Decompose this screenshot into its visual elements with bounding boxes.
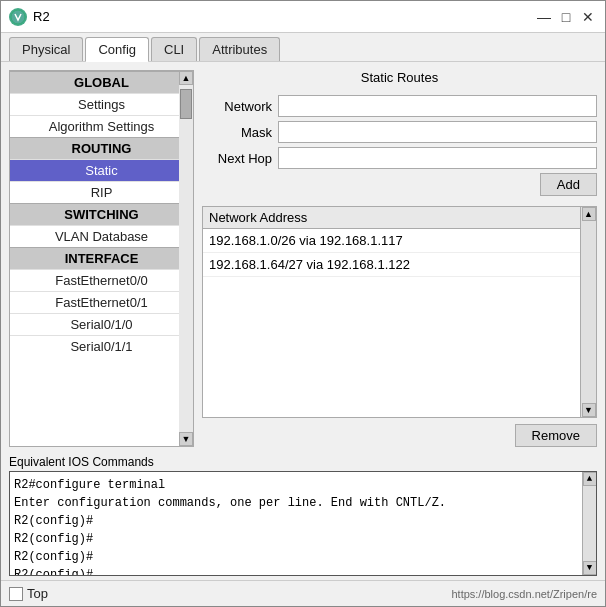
status-url: https://blog.csdn.net/Zripen/re (451, 588, 597, 600)
ios-line-6: R2(config)# (14, 566, 592, 576)
ios-section: Equivalent IOS Commands R2#configure ter… (1, 455, 605, 580)
network-row: Network (202, 95, 597, 117)
left-panel: GLOBAL Settings Algorithm Settings ROUTI… (9, 70, 194, 447)
table-row[interactable]: 192.168.1.64/27 via 192.168.1.122 (203, 253, 596, 277)
mask-row: Mask (202, 121, 597, 143)
nav-header-switching: SWITCHING (10, 203, 193, 225)
svg-point-0 (11, 10, 25, 24)
nav-item-rip[interactable]: RIP (10, 181, 193, 203)
ios-commands-box[interactable]: R2#configure terminal Enter configuratio… (9, 471, 597, 576)
window-title: R2 (33, 9, 535, 24)
network-table-header: Network Address (203, 207, 596, 229)
nexthop-input[interactable] (278, 147, 597, 169)
maximize-button[interactable]: □ (557, 8, 575, 26)
nexthop-label: Next Hop (202, 151, 272, 166)
network-input[interactable] (278, 95, 597, 117)
top-checkbox[interactable] (9, 587, 23, 601)
tab-physical[interactable]: Physical (9, 37, 83, 61)
nav-item-fastethernet01[interactable]: FastEthernet0/1 (10, 291, 193, 313)
ios-line-5: R2(config)# (14, 548, 592, 566)
scroll-thumb (180, 89, 192, 119)
tab-bar: Physical Config CLI Attributes (1, 33, 605, 62)
ios-scroll-up[interactable]: ▲ (583, 472, 597, 486)
mask-label: Mask (202, 125, 272, 140)
table-scrollbar: ▲ ▼ (580, 207, 596, 417)
table-scroll-up[interactable]: ▲ (582, 207, 596, 221)
tab-cli[interactable]: CLI (151, 37, 197, 61)
ios-line-1: R2#configure terminal (14, 476, 592, 494)
table-scroll-down[interactable]: ▼ (582, 403, 596, 417)
close-button[interactable]: ✕ (579, 8, 597, 26)
ios-scroll-down[interactable]: ▼ (583, 561, 597, 575)
static-routes-form: Network Mask Next Hop Add (202, 95, 597, 200)
nav-item-algorithm-settings[interactable]: Algorithm Settings (10, 115, 193, 137)
right-panel: Static Routes Network Mask Next Hop Add (202, 70, 597, 447)
remove-button[interactable]: Remove (515, 424, 597, 447)
add-btn-row: Add (202, 173, 597, 196)
add-button[interactable]: Add (540, 173, 597, 196)
nav-item-serial011[interactable]: Serial0/1/1 (10, 335, 193, 357)
content-area: GLOBAL Settings Algorithm Settings ROUTI… (1, 62, 605, 455)
network-label: Network (202, 99, 272, 114)
scroll-up-arrow[interactable]: ▲ (179, 71, 193, 85)
table-row[interactable]: 192.168.1.0/26 via 192.168.1.117 (203, 229, 596, 253)
nav-header-global: GLOBAL (10, 71, 193, 93)
ios-line-2: Enter configuration commands, one per li… (14, 494, 592, 512)
app-icon (9, 8, 27, 26)
ios-scrollbar: ▲ ▼ (582, 472, 596, 575)
remove-btn-row: Remove (202, 424, 597, 447)
nav-item-serial010[interactable]: Serial0/1/0 (10, 313, 193, 335)
window-controls: — □ ✕ (535, 8, 597, 26)
nav-header-interface: INTERFACE (10, 247, 193, 269)
mask-input[interactable] (278, 121, 597, 143)
title-bar: R2 — □ ✕ (1, 1, 605, 33)
status-bar: Top https://blog.csdn.net/Zripen/re (1, 580, 605, 606)
nav-list: GLOBAL Settings Algorithm Settings ROUTI… (10, 71, 193, 446)
main-window: R2 — □ ✕ Physical Config CLI Attributes … (0, 0, 606, 607)
nav-item-fastethernet00[interactable]: FastEthernet0/0 (10, 269, 193, 291)
tab-attributes[interactable]: Attributes (199, 37, 280, 61)
tab-config[interactable]: Config (85, 37, 149, 62)
nav-item-static[interactable]: Static (10, 159, 193, 181)
scroll-down-arrow[interactable]: ▼ (179, 432, 193, 446)
ios-line-4: R2(config)# (14, 530, 592, 548)
static-routes-title: Static Routes (202, 70, 597, 85)
network-address-table: Network Address 192.168.1.0/26 via 192.1… (202, 206, 597, 418)
sidebar-scrollbar: ▲ ▼ (179, 71, 193, 446)
nav-item-settings[interactable]: Settings (10, 93, 193, 115)
ios-line-3: R2(config)# (14, 512, 592, 530)
ios-label: Equivalent IOS Commands (9, 455, 597, 469)
top-label: Top (27, 586, 48, 601)
minimize-button[interactable]: — (535, 8, 553, 26)
nav-item-vlan-database[interactable]: VLAN Database (10, 225, 193, 247)
nexthop-row: Next Hop (202, 147, 597, 169)
nav-header-routing: ROUTING (10, 137, 193, 159)
